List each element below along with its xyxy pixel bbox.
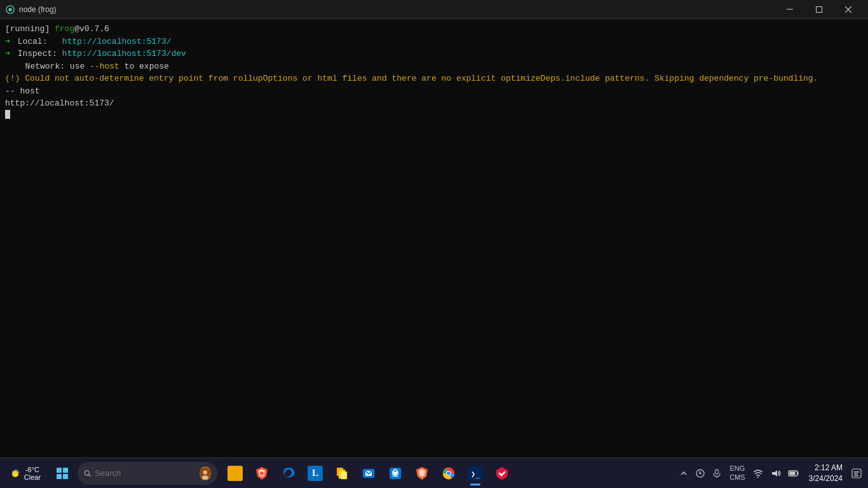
arrow-2: ➜ — [5, 48, 15, 60]
clock-widget[interactable]: 2:12 AM 3/24/2024 — [804, 463, 848, 484]
window-title: node (frog) — [19, 5, 775, 14]
outlook-icon — [362, 466, 376, 480]
clock-time: 2:12 AM — [815, 463, 843, 473]
tb-outlook[interactable] — [356, 459, 381, 487]
running-label: [running] — [5, 23, 55, 36]
windows-logo — [57, 468, 68, 479]
taskbar-icons: L — [219, 459, 676, 487]
search-icon — [84, 469, 91, 478]
tb-chrome[interactable] — [436, 459, 461, 487]
tb-fileexplorer[interactable] — [222, 459, 248, 487]
terminal-line-3: ➜ Inspect: http://localhost:5173/dev — [5, 48, 863, 60]
warning-text: (!) Could not auto-determine entry point… — [5, 72, 818, 85]
svg-text:❯_: ❯_ — [471, 470, 480, 478]
host-line: -- host — [5, 85, 40, 98]
svg-point-11 — [202, 475, 208, 479]
svg-rect-32 — [854, 471, 859, 473]
svg-point-23 — [447, 471, 451, 475]
svg-point-19 — [393, 475, 395, 476]
mcafee-icon — [495, 466, 509, 480]
terminal-line-1: [running] frog@v0.7.6 — [5, 23, 863, 36]
powershell-icon: ❯_ — [470, 468, 481, 479]
folder-icon — [229, 468, 241, 478]
chrome-icon — [442, 466, 456, 480]
start-button[interactable] — [48, 459, 76, 487]
search-bar[interactable] — [78, 462, 217, 485]
app-icon — [5, 4, 15, 15]
minimize-button[interactable] — [775, 0, 804, 19]
local-url: http://localhost:5173/ — [62, 36, 172, 48]
notification-icon — [851, 468, 862, 478]
title-bar: node (frog) — [0, 0, 868, 19]
close-button[interactable] — [834, 0, 863, 19]
network-text1: use — [70, 60, 90, 73]
tb-brave2[interactable] — [409, 459, 435, 487]
inspect-url: http://localhost:5173/dev — [62, 48, 186, 60]
tb-mcafee[interactable] — [489, 459, 515, 487]
svg-rect-34 — [854, 475, 858, 477]
user-avatar — [200, 466, 211, 480]
tb-msstore[interactable] — [383, 459, 408, 487]
weather-condition: Clear — [24, 473, 41, 481]
svg-point-28 — [757, 477, 759, 478]
tb-edge[interactable] — [276, 459, 301, 487]
svg-point-7 — [85, 470, 89, 475]
terminal-line-2: ➜ Local: http://localhost:5173/ — [5, 36, 863, 48]
svg-rect-2 — [787, 9, 793, 10]
tray-mic-icon[interactable] — [709, 466, 724, 481]
tray-volume-icon[interactable] — [768, 466, 783, 481]
host-flag: --host — [90, 60, 119, 73]
local-label: Local: — [18, 36, 62, 48]
taskbar: -6°C Clear — [0, 458, 868, 488]
terminal-window[interactable]: [running] frog@v0.7.6 ➜ Local: http://lo… — [0, 19, 868, 458]
url-output: http://localhost:5173/ — [5, 97, 114, 110]
svg-rect-15 — [341, 471, 347, 479]
tb-files[interactable] — [329, 459, 355, 487]
update-icon — [695, 468, 705, 478]
terminal-cursor-line — [5, 110, 863, 119]
svg-line-8 — [89, 474, 91, 476]
terminal-line-6: -- host — [5, 85, 863, 98]
svg-point-20 — [397, 475, 398, 476]
weather-icon — [9, 467, 22, 480]
battery-icon — [788, 468, 799, 478]
lang-line1: ENG — [729, 464, 745, 473]
edge-icon — [281, 466, 295, 480]
mic-icon — [712, 468, 722, 478]
terminal-line-7: http://localhost:5173/ — [5, 97, 863, 110]
msstore-icon — [388, 466, 402, 480]
svg-rect-3 — [817, 6, 822, 12]
tray-icons-group — [693, 466, 724, 481]
arrow-1: ➜ — [5, 36, 15, 48]
search-input[interactable] — [95, 468, 196, 478]
svg-point-1 — [8, 8, 11, 11]
svg-rect-26 — [715, 470, 719, 474]
tray-update-icon[interactable] — [693, 466, 708, 481]
weather-widget[interactable]: -6°C Clear — [3, 458, 47, 488]
tb-dictionary[interactable]: L — [302, 459, 328, 487]
svg-rect-33 — [854, 473, 858, 475]
terminal-line-4: Network: use --host to expose — [5, 60, 863, 73]
lang-line2: CMS — [729, 473, 745, 482]
tb-brave[interactable] — [249, 459, 275, 487]
tray-battery-icon[interactable] — [786, 466, 801, 481]
network-text2: to expose — [119, 60, 169, 73]
svg-point-12 — [260, 471, 264, 475]
inspect-label: Inspect: — [18, 48, 62, 60]
brave-icon — [255, 466, 269, 480]
tb-powershell[interactable]: ❯_ — [463, 459, 488, 487]
weather-temp: -6°C — [24, 466, 41, 473]
chevron-up-icon — [681, 470, 687, 477]
app-name: frog — [55, 23, 74, 36]
language-indicator[interactable]: ENG CMS — [727, 464, 747, 481]
notification-center-button[interactable] — [850, 463, 863, 484]
svg-point-10 — [203, 470, 207, 474]
tray-expand-button[interactable] — [677, 463, 690, 484]
network-label: Network: — [15, 60, 70, 73]
maximize-button[interactable] — [804, 0, 834, 19]
brave2-icon — [415, 466, 429, 480]
wifi-icon — [753, 468, 763, 478]
window-controls — [775, 0, 863, 19]
tray-wifi-icon[interactable] — [750, 466, 766, 481]
terminal-cursor — [5, 110, 10, 119]
